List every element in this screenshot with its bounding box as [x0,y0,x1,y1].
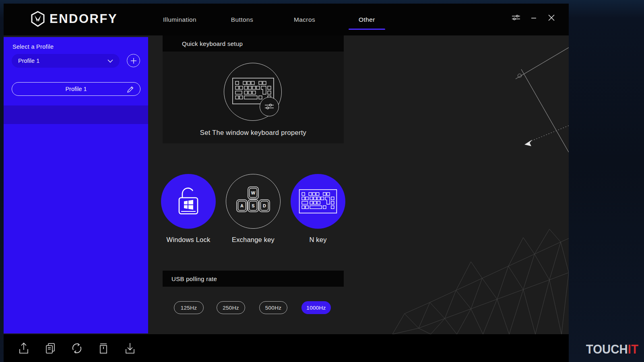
app-window: ENDORFY Illumination Buttons Macros Othe… [4,4,569,362]
quick-setup-caption: Set The window keyboard property [163,129,344,137]
n-key-label: N key [291,236,345,244]
windows-lock-button[interactable]: Windows Lock [161,174,216,244]
tab-macros[interactable]: Macros [273,13,336,27]
profile-sidebar: Select a Profile Profile 1 Profile 1 [4,37,148,333]
edit-pencil-icon[interactable] [126,85,134,93]
plus-icon [130,58,137,64]
window-controls [512,13,556,22]
key-w-label: W [251,190,256,195]
arrow-cursor-decoration [524,140,532,146]
windows-lock-icon [175,186,202,217]
settings-sliders-icon[interactable] [512,13,520,22]
export-profile-button[interactable] [17,341,30,356]
tab-other[interactable]: Other [336,13,398,27]
sync-icon [70,342,83,355]
profile-item-label: Profile 1 [65,86,87,92]
bottom-toolbar [4,334,569,362]
app-header: ENDORFY Illumination Buttons Macros Othe… [4,4,569,35]
brand-logo: ENDORFY [30,11,118,27]
n-key-keyboard-icon [299,189,337,213]
quick-setup-header: Quick keyboard setup [163,35,344,52]
key-a-label: A [240,203,244,208]
profile-dropdown[interactable]: Profile 1 [12,54,120,68]
minimize-button[interactable] [529,13,538,22]
polling-rate-options: 125Hz 250Hz 500Hz 1000Hz [163,301,344,314]
key-s-label: S [252,203,254,208]
import-profile-button[interactable] [124,341,136,356]
polling-1000hz-button[interactable]: 1000Hz [301,301,331,314]
chevron-down-icon [107,59,113,63]
keyboard-actions: Windows Lock W A S [163,174,344,246]
close-button[interactable] [547,13,556,22]
wasd-keys-icon: W A S D [235,185,272,217]
exchange-key-label: Exchange key [226,236,281,244]
tab-illumination[interactable]: Illumination [149,13,211,27]
copy-icon [44,342,56,355]
delete-profile-button[interactable] [97,341,110,356]
download-icon [124,342,136,355]
add-profile-button[interactable] [127,54,140,67]
watermark-touch: TOUCH [586,343,628,356]
windows-lock-label: Windows Lock [161,236,216,244]
watermark-it: IT [628,343,638,356]
keyboard-setup-button[interactable] [224,63,282,121]
profile-list-row[interactable] [4,105,148,124]
reset-sync-button[interactable] [70,341,83,356]
trash-icon [98,342,109,355]
quick-setup-panel: Set The window keyboard property [163,52,344,143]
polling-500hz-button[interactable]: 500Hz [259,301,287,314]
copy-profile-button[interactable] [44,341,57,356]
polling-125hz-button[interactable]: 125Hz [174,301,204,314]
sliders-icon [264,103,274,110]
polling-250hz-button[interactable]: 250Hz [217,301,245,314]
touchit-watermark: TOUCHIT [586,343,638,357]
endorfy-shield-icon [30,11,45,27]
keyboard-settings-badge [260,97,279,116]
n-key-button[interactable]: N key [291,174,345,244]
select-profile-label: Select a Profile [12,43,54,50]
profile-dropdown-value: Profile 1 [18,58,107,64]
key-d-label: D [263,203,266,208]
tab-buttons[interactable]: Buttons [211,13,273,27]
exchange-key-button[interactable]: W A S D Exchange key [226,174,281,244]
brand-name: ENDORFY [50,12,118,26]
upload-icon [18,342,30,355]
profile-item[interactable]: Profile 1 [12,82,140,96]
polling-rate-header: USB polling rate [163,271,344,287]
main-navigation: Illumination Buttons Macros Other [149,4,398,35]
